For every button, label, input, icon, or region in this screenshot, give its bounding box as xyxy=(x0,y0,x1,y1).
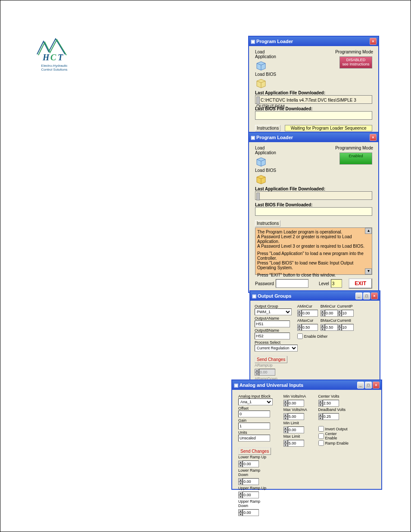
load-bios-label: Load BIOS xyxy=(255,72,372,77)
currenti-label: CurrentI xyxy=(337,318,355,323)
amincur-spinner[interactable]: ▴▾ xyxy=(297,310,318,317)
logo-text: Electro-Hydraulic Control Solutions xyxy=(35,64,74,72)
send-changes-button[interactable]: Send Changes xyxy=(238,448,271,455)
scroll-up-icon[interactable]: ▴ xyxy=(365,228,372,234)
load-bios-icon[interactable] xyxy=(255,174,266,185)
analog-block-label: Analog Input Block xyxy=(238,394,274,398)
output-a-name-input[interactable] xyxy=(255,320,290,327)
last-app-file-field: C:\HCT\DVC Intella v4.7\Test DVC files\S… xyxy=(255,95,372,104)
center-enable-checkbox[interactable]: Center Enable xyxy=(318,432,349,440)
close-button[interactable]: × xyxy=(370,134,377,141)
window-program-loader-1: ▣ Program Loader × Programming Mode DISA… xyxy=(248,36,379,136)
arampup-label: ARampUp xyxy=(255,363,276,367)
app-icon: ▣ xyxy=(234,383,238,388)
load-application-icon[interactable] xyxy=(255,156,266,167)
amaxcur-label: AMaxCur xyxy=(297,318,318,323)
app-icon: ▣ xyxy=(252,293,256,299)
min-volts-spinner[interactable]: ▴▾ xyxy=(283,400,304,407)
status-text: Waiting for Program Loader Sequeence xyxy=(285,125,372,131)
currenti-spinner[interactable]: ▴▾ xyxy=(337,324,354,331)
minimize-button[interactable]: _ xyxy=(357,382,364,389)
max-volts-spinner[interactable]: ▴▾ xyxy=(283,413,304,420)
window-program-loader-2: ▣ Program Loader × Programming Mode Enab… xyxy=(248,132,379,293)
app-icon: ▣ xyxy=(251,39,255,44)
programming-mode-disabled: DISABLED see Instructions xyxy=(339,56,372,68)
arampup-spinner: ▴▾ xyxy=(255,369,275,376)
programming-mode-label: Programming Mode xyxy=(335,146,373,150)
gain-label: Gain xyxy=(238,418,274,423)
maximize-button[interactable]: □ xyxy=(363,292,370,299)
title: Analog and Universal Inputs xyxy=(240,383,304,388)
maximize-button[interactable]: □ xyxy=(365,382,372,389)
svg-text:T: T xyxy=(58,53,63,62)
close-button[interactable]: × xyxy=(373,382,380,389)
upper-ramp-up-spinner[interactable]: ▴▾ xyxy=(238,492,259,498)
output-group-label: Output Group xyxy=(255,304,293,308)
currentp-spinner[interactable]: ▴▾ xyxy=(337,310,354,317)
titlebar[interactable]: ▣ Output Groups _ □ × xyxy=(250,291,380,301)
scroll-down-icon[interactable]: ▾ xyxy=(365,268,372,274)
output-b-name-label: OutputBName xyxy=(255,328,293,333)
offset-label: Offset xyxy=(238,406,274,411)
programming-mode-enabled: Enabled xyxy=(339,152,372,165)
deadband-volts-label: Deadband Volts xyxy=(318,408,349,412)
instructions-button[interactable]: Instructions xyxy=(255,125,280,131)
analog-block-select[interactable]: Ana_1 xyxy=(238,398,273,405)
upper-ramp-down-spinner[interactable]: ▴▾ xyxy=(238,509,259,516)
lower-ramp-down-spinner[interactable]: ▴▾ xyxy=(238,478,259,485)
amaxcur-spinner[interactable]: ▴▾ xyxy=(297,324,318,331)
max-limit-spinner[interactable]: ▴▾ xyxy=(283,440,304,447)
center-volts-label: Center Volts xyxy=(318,394,349,398)
enable-dither-checkbox[interactable]: Enable Dither xyxy=(297,333,336,339)
last-app-file-title: Last Application File Downloaded: xyxy=(255,187,372,191)
process-select[interactable]: Current Regulation xyxy=(255,345,298,352)
lower-ramp-up-spinner[interactable]: ▴▾ xyxy=(238,460,259,467)
exit-button[interactable]: EXIT xyxy=(349,278,372,289)
instructions-button[interactable]: Instructions xyxy=(255,220,280,227)
logo: H C T Electro-Hydraulic Control Solution… xyxy=(35,37,74,72)
close-button[interactable]: × xyxy=(371,292,378,299)
level-field xyxy=(331,279,342,288)
deadband-volts-spinner[interactable]: ▴▾ xyxy=(318,413,339,420)
title: Output Groups xyxy=(258,293,291,299)
send-changes-button[interactable]: Send Changes xyxy=(255,356,287,363)
output-b-name-input[interactable] xyxy=(255,333,290,339)
upper-ramp-up-label: Upper Ramp Up xyxy=(238,486,268,490)
password-label: Password xyxy=(255,281,274,286)
upper-ramp-down-label: Upper Ramp Down xyxy=(238,499,268,508)
offset-input[interactable] xyxy=(238,411,270,417)
last-app-file-field xyxy=(255,191,372,200)
max-limit-label: Max Limit xyxy=(283,434,309,439)
output-group-select[interactable]: PWM_1 xyxy=(255,308,292,315)
amincur-label: AMinCur xyxy=(297,304,318,308)
gain-input[interactable] xyxy=(238,423,270,429)
title: Program Loader xyxy=(256,39,293,44)
min-limit-spinner[interactable]: ▴▾ xyxy=(283,426,304,433)
titlebar[interactable]: ▣ Program Loader × xyxy=(249,133,378,142)
level-label: Level xyxy=(319,281,329,286)
password-input[interactable] xyxy=(276,279,308,288)
last-bios-file-field xyxy=(255,111,372,120)
minimize-button[interactable]: _ xyxy=(355,292,362,299)
close-button[interactable]: × xyxy=(370,38,377,45)
last-bios-file-title: Last BIOS File Downloaded: xyxy=(255,202,372,207)
titlebar[interactable]: ▣ Program Loader × xyxy=(249,37,378,46)
center-volts-spinner[interactable]: ▴▾ xyxy=(318,400,339,407)
currentp-label: CurrentP xyxy=(337,304,355,308)
min-limit-label: Min Limit xyxy=(283,421,309,425)
load-application-icon[interactable] xyxy=(255,60,266,71)
svg-text:H: H xyxy=(42,53,50,62)
invert-output-checkbox[interactable]: Invert Output xyxy=(318,426,349,432)
svg-text:C: C xyxy=(50,53,56,62)
app-icon: ▣ xyxy=(251,135,255,140)
titlebar[interactable]: ▣ Analog and Universal Inputs _ □ × xyxy=(232,380,381,390)
lower-ramp-down-label: Lower Ramp Down xyxy=(238,468,268,477)
title: Program Loader xyxy=(256,135,293,140)
units-input[interactable] xyxy=(238,435,270,442)
last-app-file-title: Last Application File Downloaded: xyxy=(255,90,372,95)
load-bios-icon[interactable] xyxy=(255,78,266,89)
output-a-name-label: OutputAName xyxy=(255,316,293,320)
instructions-text: The Program Loader program is operationa… xyxy=(255,227,372,275)
ramp-enable-checkbox[interactable]: Ramp Enable xyxy=(318,440,349,446)
min-volts-label: Min Volts/mA xyxy=(283,394,309,398)
